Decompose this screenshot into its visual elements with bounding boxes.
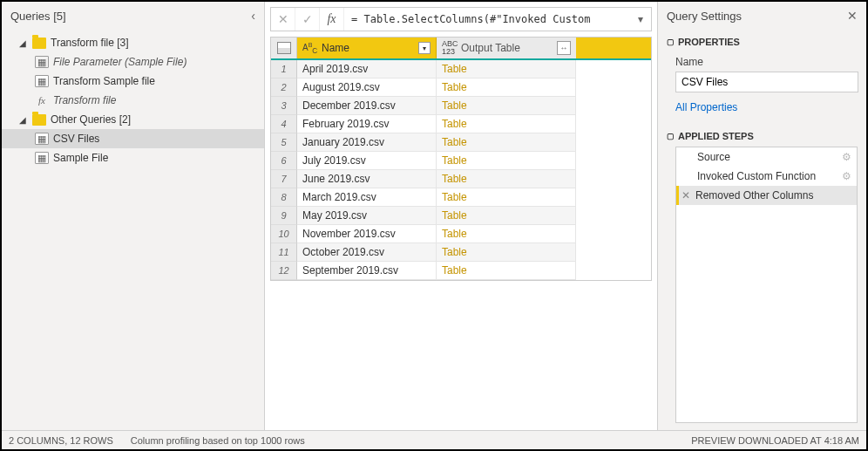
- column-label: Name: [322, 42, 349, 54]
- tree-item[interactable]: ▦Sample File: [2, 148, 264, 167]
- applied-step[interactable]: Invoked Custom Function⚙: [676, 167, 857, 186]
- row-number: 8: [271, 188, 297, 207]
- cell-name[interactable]: May 2019.csv: [297, 207, 437, 225]
- tree-folder[interactable]: ◢Transform file [3]: [2, 33, 264, 52]
- cell-name[interactable]: November 2019.csv: [297, 225, 437, 243]
- cell-output[interactable]: Table: [437, 170, 576, 188]
- cell-output[interactable]: Table: [437, 188, 576, 207]
- table-row[interactable]: 6July 2019.csvTable: [271, 152, 651, 170]
- cell-output[interactable]: Table: [437, 152, 576, 170]
- caret-icon: ◢: [19, 115, 28, 125]
- data-grid: ABC Name ▾ ABC123 Output Table ↔ 1April …: [270, 37, 652, 281]
- cell-output[interactable]: Table: [437, 60, 576, 79]
- properties-header[interactable]: ▢ PROPERTIES: [667, 37, 858, 47]
- column-header-name[interactable]: ABC Name ▾: [297, 38, 437, 58]
- row-number: 12: [271, 262, 297, 280]
- column-header-output[interactable]: ABC123 Output Table ↔: [437, 38, 576, 58]
- cell-name[interactable]: April 2019.csv: [297, 60, 437, 79]
- cell-output[interactable]: Table: [437, 97, 576, 115]
- tree-item[interactable]: fxTransform file: [2, 91, 264, 110]
- delete-step-icon[interactable]: ✕: [682, 189, 690, 202]
- cell-name[interactable]: March 2019.csv: [297, 188, 437, 207]
- grid-corner-icon[interactable]: [271, 38, 297, 58]
- row-number: 3: [271, 97, 297, 115]
- table-row[interactable]: 10November 2019.csvTable: [271, 225, 651, 243]
- row-number: 6: [271, 152, 297, 170]
- cell-output[interactable]: Table: [437, 262, 576, 280]
- step-label: Removed Other Columns: [695, 189, 813, 202]
- collapse-icon[interactable]: ‹: [251, 9, 255, 23]
- table-row[interactable]: 9May 2019.csvTable: [271, 207, 651, 225]
- table-row[interactable]: 2August 2019.csvTable: [271, 79, 651, 97]
- table-row[interactable]: 5January 2019.csvTable: [271, 133, 651, 152]
- queries-title: Queries [5]: [10, 10, 66, 23]
- row-number: 1: [271, 60, 297, 79]
- text-type-icon: ABC: [302, 42, 318, 55]
- cell-name[interactable]: August 2019.csv: [297, 79, 437, 97]
- step-label: Invoked Custom Function: [697, 170, 816, 182]
- tree-item[interactable]: ▦CSV Files: [2, 129, 264, 148]
- cell-output[interactable]: Table: [437, 225, 576, 243]
- gear-icon[interactable]: ⚙: [842, 151, 851, 163]
- row-number: 7: [271, 170, 297, 188]
- cell-output[interactable]: Table: [437, 133, 576, 152]
- row-number: 2: [271, 79, 297, 97]
- status-bar: 2 COLUMNS, 12 ROWS Column profiling base…: [2, 430, 866, 449]
- folder-icon: [32, 38, 46, 49]
- table-icon: ▦: [35, 75, 49, 87]
- name-input[interactable]: [675, 72, 858, 92]
- row-number: 5: [271, 133, 297, 152]
- cell-name[interactable]: June 2019.csv: [297, 170, 437, 188]
- close-icon[interactable]: ✕: [847, 9, 858, 23]
- tree-label: Sample File: [53, 152, 108, 164]
- tree-label: CSV Files: [53, 133, 99, 145]
- caret-icon: ▢: [667, 38, 675, 46]
- row-number: 11: [271, 243, 297, 262]
- tree-label: Other Queries [2]: [51, 113, 131, 126]
- all-properties-link[interactable]: All Properties: [675, 101, 858, 113]
- cell-output[interactable]: Table: [437, 207, 576, 225]
- name-label: Name: [675, 56, 858, 68]
- status-profiling: Column profiling based on top 1000 rows: [131, 435, 305, 446]
- formula-dropdown-icon[interactable]: ▾: [630, 13, 651, 25]
- status-columns-rows: 2 COLUMNS, 12 ROWS: [9, 435, 113, 446]
- row-number: 9: [271, 207, 297, 225]
- formula-cancel-icon[interactable]: ✕: [271, 8, 295, 31]
- formula-input[interactable]: = Table.SelectColumns(#"Invoked Custom: [344, 13, 630, 25]
- table-row[interactable]: 4February 2019.csvTable: [271, 115, 651, 133]
- cell-name[interactable]: July 2019.csv: [297, 152, 437, 170]
- cell-name[interactable]: October 2019.csv: [297, 243, 437, 262]
- cell-output[interactable]: Table: [437, 243, 576, 262]
- any-type-icon: ABC123: [442, 40, 458, 56]
- step-label: Source: [697, 151, 730, 163]
- applied-steps-header[interactable]: ▢ APPLIED STEPS: [667, 131, 858, 141]
- table-row[interactable]: 8March 2019.csvTable: [271, 188, 651, 207]
- column-filter-icon[interactable]: ▾: [418, 42, 431, 54]
- row-number: 10: [271, 225, 297, 243]
- tree-label: Transform Sample file: [53, 75, 155, 87]
- cell-name[interactable]: December 2019.csv: [297, 97, 437, 115]
- table-row[interactable]: 1April 2019.csvTable: [271, 60, 651, 79]
- table-row[interactable]: 12September 2019.csvTable: [271, 262, 651, 280]
- table-row[interactable]: 11October 2019.csvTable: [271, 243, 651, 262]
- expand-column-icon[interactable]: ↔: [557, 41, 571, 55]
- formula-commit-icon[interactable]: ✓: [295, 8, 320, 31]
- fx-icon[interactable]: fx: [320, 8, 344, 31]
- tree-item[interactable]: ▦Transform Sample file: [2, 72, 264, 91]
- applied-step[interactable]: Source⚙: [676, 147, 857, 167]
- table-icon: ▦: [35, 152, 49, 164]
- tree-label: File Parameter (Sample File): [53, 56, 186, 68]
- cell-output[interactable]: Table: [437, 115, 576, 133]
- cell-name[interactable]: February 2019.csv: [297, 115, 437, 133]
- tree-label: Transform file: [53, 94, 116, 106]
- tree-item[interactable]: ▦File Parameter (Sample File): [2, 52, 264, 72]
- cell-name[interactable]: September 2019.csv: [297, 262, 437, 280]
- cell-name[interactable]: January 2019.csv: [297, 133, 437, 152]
- gear-icon[interactable]: ⚙: [842, 170, 851, 182]
- table-row[interactable]: 7June 2019.csvTable: [271, 170, 651, 188]
- row-number: 4: [271, 115, 297, 133]
- applied-step[interactable]: ✕Removed Other Columns: [676, 186, 857, 205]
- cell-output[interactable]: Table: [437, 79, 576, 97]
- tree-folder[interactable]: ◢Other Queries [2]: [2, 110, 264, 129]
- table-row[interactable]: 3December 2019.csvTable: [271, 97, 651, 115]
